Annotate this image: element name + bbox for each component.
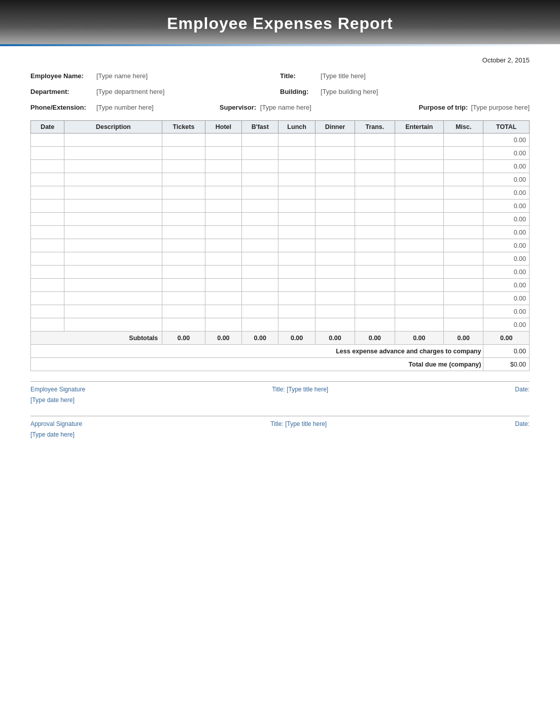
table-row: 0.00 [31,200,530,213]
title-label: Title: [280,72,321,80]
table-row: 0.00 [31,279,530,292]
table-row: 0.00 [31,266,530,279]
employee-sig-date-row: [Type date here] [30,396,530,404]
department-value: [Type department here] [96,88,164,95]
row-total: 0.00 [483,226,530,239]
expense-table: Date Description Tickets Hotel B'fast Lu… [30,120,530,371]
row-total: 0.00 [483,160,530,173]
col-lunch-header: Lunch [278,121,315,134]
subtotal-entertain: 0.00 [395,332,443,345]
subtotals-row: Subtotals 0.00 0.00 0.00 0.00 0.00 0.00 … [31,332,530,345]
total-due-value: $0.00 [483,358,530,371]
expense-table-container: Date Description Tickets Hotel B'fast Lu… [30,120,530,371]
title-value: [Type title here] [321,72,366,80]
row-total: 0.00 [483,186,530,200]
row-total: 0.00 [483,318,530,332]
phone-value: [Type number here] [96,104,154,111]
row-total: 0.00 [483,279,530,292]
approval-sig-title: Title: [Type title here] [270,420,327,427]
building-label: Building: [280,88,321,95]
page-title: Employee Expenses Report [0,14,560,33]
table-row: 0.00 [31,186,530,200]
main-content: October 2, 2015 Employee Name: [Type nam… [0,46,560,466]
subtotal-total: 0.00 [483,332,530,345]
row-total: 0.00 [483,147,530,160]
signature-section: Employee Signature Title: [Type title he… [30,381,530,438]
employee-sig-date-label: Date: [515,386,530,393]
table-row: 0.00 [31,252,530,266]
purpose-value: [Type purpose here] [471,104,530,111]
approval-sig-date-label: Date: [515,420,530,427]
subtotal-lunch: 0.00 [278,332,315,345]
col-desc-header: Description [64,121,162,134]
row-total: 0.00 [483,173,530,186]
approval-sig-row: Approval Signature Title: [Type title he… [30,420,530,427]
row-total: 0.00 [483,213,530,226]
row-total: 0.00 [483,292,530,305]
subtotal-dinner: 0.00 [315,332,355,345]
subtotals-label: Subtotals [31,332,162,345]
col-entertain-header: Entertain [395,121,443,134]
supervisor-label: Supervisor: [220,104,260,111]
col-dinner-header: Dinner [315,121,355,134]
table-row: 0.00 [31,173,530,186]
subtotal-hotel: 0.00 [205,332,241,345]
subtotal-misc: 0.00 [444,332,483,345]
building-value: [Type building here] [321,88,378,95]
employee-sig-title: Title: [Type title here] [272,386,328,393]
report-date: October 2, 2015 [30,51,530,72]
col-trans-header: Trans. [355,121,395,134]
approval-signature-label: Approval Signature [30,420,82,427]
employee-name-label: Employee Name: [30,72,96,80]
subtotal-tickets: 0.00 [162,332,205,345]
table-row: 0.00 [31,318,530,332]
employee-sig-row: Employee Signature Title: [Type title he… [30,386,530,393]
col-date-header: Date [31,121,64,134]
row-total: 0.00 [483,239,530,252]
col-bfast-header: B'fast [242,121,278,134]
table-row: 0.00 [31,226,530,239]
approval-sig-date-value: [Type date here] [30,431,75,438]
supervisor-value: [Type name here] [260,104,311,111]
table-row: 0.00 [31,147,530,160]
department-label: Department: [30,88,96,95]
row-total: 0.00 [483,252,530,266]
table-row: 0.00 [31,160,530,173]
total-due-row: Total due me (company) $0.00 [31,358,530,371]
less-expense-value: 0.00 [483,345,530,358]
table-row: 0.00 [31,292,530,305]
table-row: 0.00 [31,134,530,147]
subtotal-bfast: 0.00 [242,332,278,345]
employee-sig-date-value: [Type date here] [30,396,75,404]
approval-signature-block: Approval Signature Title: [Type title he… [30,416,530,438]
less-expense-row: Less expense advance and charges to comp… [31,345,530,358]
page-header: Employee Expenses Report [0,0,560,44]
row-total: 0.00 [483,305,530,318]
row-total: 0.00 [483,200,530,213]
row-total: 0.00 [483,134,530,147]
subtotal-trans: 0.00 [355,332,395,345]
col-total-header: TOTAL [483,121,530,134]
row-total: 0.00 [483,266,530,279]
approval-sig-date-row: [Type date here] [30,431,530,438]
table-row: 0.00 [31,305,530,318]
total-due-label: Total due me (company) [31,358,483,371]
table-header-row: Date Description Tickets Hotel B'fast Lu… [31,121,530,134]
table-row: 0.00 [31,239,530,252]
col-misc-header: Misc. [444,121,483,134]
phone-label: Phone/Extension: [30,104,96,111]
employee-info: Employee Name: [Type name here] Title: [… [30,72,530,111]
col-hotel-header: Hotel [205,121,241,134]
col-tickets-header: Tickets [162,121,205,134]
table-row: 0.00 [31,213,530,226]
employee-name-value: [Type name here] [96,72,148,80]
less-expense-label: Less expense advance and charges to comp… [31,345,483,358]
employee-signature-label: Employee Signature [30,386,85,393]
employee-signature-block: Employee Signature Title: [Type title he… [30,381,530,404]
purpose-label: Purpose of trip: [419,104,468,111]
